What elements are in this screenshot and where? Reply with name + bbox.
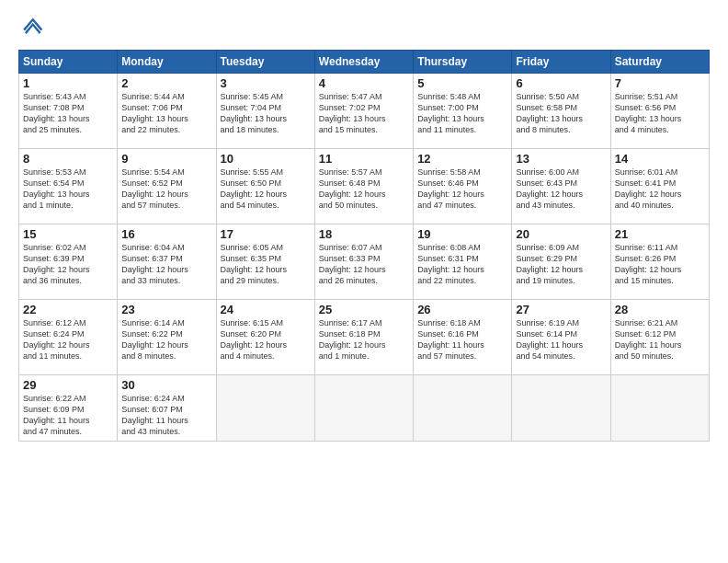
day-number: 3 bbox=[221, 76, 311, 90]
day-info: Sunrise: 5:57 AM Sunset: 6:48 PM Dayligh… bbox=[319, 167, 409, 212]
day-info: Sunrise: 5:54 AM Sunset: 6:52 PM Dayligh… bbox=[121, 167, 211, 212]
day-info: Sunrise: 5:50 AM Sunset: 6:58 PM Dayligh… bbox=[516, 91, 606, 136]
col-header-tuesday: Tuesday bbox=[216, 51, 314, 74]
calendar-cell: 9Sunrise: 5:54 AM Sunset: 6:52 PM Daylig… bbox=[118, 149, 216, 224]
col-header-thursday: Thursday bbox=[414, 51, 512, 74]
day-number: 16 bbox=[121, 227, 211, 241]
calendar-cell: 27Sunrise: 6:19 AM Sunset: 6:14 PM Dayli… bbox=[512, 300, 610, 375]
day-info: Sunrise: 5:44 AM Sunset: 7:06 PM Dayligh… bbox=[121, 91, 211, 136]
day-info: Sunrise: 6:11 AM Sunset: 6:26 PM Dayligh… bbox=[615, 242, 705, 287]
calendar-cell: 22Sunrise: 6:12 AM Sunset: 6:24 PM Dayli… bbox=[19, 300, 118, 375]
day-number: 6 bbox=[516, 76, 606, 90]
day-number: 13 bbox=[516, 152, 606, 166]
calendar-cell: 14Sunrise: 6:01 AM Sunset: 6:41 PM Dayli… bbox=[610, 149, 709, 224]
calendar-cell: 25Sunrise: 6:17 AM Sunset: 6:18 PM Dayli… bbox=[314, 300, 413, 375]
week-row-4: 29Sunrise: 6:22 AM Sunset: 6:09 PM Dayli… bbox=[19, 375, 710, 442]
day-number: 19 bbox=[417, 227, 507, 241]
calendar-cell: 3Sunrise: 5:45 AM Sunset: 7:04 PM Daylig… bbox=[216, 74, 314, 149]
day-info: Sunrise: 6:18 AM Sunset: 6:16 PM Dayligh… bbox=[417, 317, 507, 362]
day-number: 10 bbox=[221, 152, 311, 166]
calendar-cell: 29Sunrise: 6:22 AM Sunset: 6:09 PM Dayli… bbox=[19, 375, 118, 442]
day-number: 17 bbox=[221, 227, 311, 241]
day-number: 30 bbox=[121, 378, 211, 392]
day-number: 12 bbox=[417, 152, 507, 166]
col-header-saturday: Saturday bbox=[610, 51, 709, 74]
calendar-cell: 28Sunrise: 6:21 AM Sunset: 6:12 PM Dayli… bbox=[610, 300, 709, 375]
day-info: Sunrise: 5:58 AM Sunset: 6:46 PM Dayligh… bbox=[417, 167, 507, 212]
svg-marker-1 bbox=[25, 23, 41, 34]
day-info: Sunrise: 6:15 AM Sunset: 6:20 PM Dayligh… bbox=[221, 317, 311, 362]
day-info: Sunrise: 6:09 AM Sunset: 6:29 PM Dayligh… bbox=[516, 242, 606, 287]
calendar-cell: 1Sunrise: 5:43 AM Sunset: 7:08 PM Daylig… bbox=[19, 74, 118, 149]
calendar-cell: 24Sunrise: 6:15 AM Sunset: 6:20 PM Dayli… bbox=[216, 300, 314, 375]
day-info: Sunrise: 6:22 AM Sunset: 6:09 PM Dayligh… bbox=[23, 393, 113, 438]
day-info: Sunrise: 5:51 AM Sunset: 6:56 PM Dayligh… bbox=[615, 91, 705, 136]
calendar-cell bbox=[314, 375, 413, 442]
calendar-cell: 18Sunrise: 6:07 AM Sunset: 6:33 PM Dayli… bbox=[314, 224, 413, 300]
logo-icon bbox=[18, 15, 44, 40]
calendar-cell: 21Sunrise: 6:11 AM Sunset: 6:26 PM Dayli… bbox=[610, 224, 709, 300]
calendar-cell: 2Sunrise: 5:44 AM Sunset: 7:06 PM Daylig… bbox=[118, 74, 216, 149]
page: SundayMondayTuesdayWednesdayThursdayFrid… bbox=[0, 0, 728, 563]
day-number: 21 bbox=[615, 227, 705, 241]
calendar-cell: 4Sunrise: 5:47 AM Sunset: 7:02 PM Daylig… bbox=[314, 74, 413, 149]
day-number: 26 bbox=[417, 303, 507, 316]
day-info: Sunrise: 6:04 AM Sunset: 6:37 PM Dayligh… bbox=[121, 242, 211, 287]
col-header-wednesday: Wednesday bbox=[314, 51, 413, 74]
calendar-cell bbox=[216, 375, 314, 442]
day-number: 9 bbox=[121, 152, 211, 166]
day-info: Sunrise: 6:02 AM Sunset: 6:39 PM Dayligh… bbox=[23, 242, 113, 287]
day-info: Sunrise: 5:45 AM Sunset: 7:04 PM Dayligh… bbox=[221, 91, 311, 136]
day-info: Sunrise: 6:19 AM Sunset: 6:14 PM Dayligh… bbox=[516, 317, 606, 362]
calendar-cell bbox=[512, 375, 610, 442]
day-info: Sunrise: 6:07 AM Sunset: 6:33 PM Dayligh… bbox=[319, 242, 409, 287]
day-info: Sunrise: 5:55 AM Sunset: 6:50 PM Dayligh… bbox=[221, 167, 311, 212]
calendar-table: SundayMondayTuesdayWednesdayThursdayFrid… bbox=[18, 50, 710, 442]
calendar-cell: 17Sunrise: 6:05 AM Sunset: 6:35 PM Dayli… bbox=[216, 224, 314, 300]
day-info: Sunrise: 6:14 AM Sunset: 6:22 PM Dayligh… bbox=[121, 317, 211, 362]
day-number: 4 bbox=[319, 76, 409, 90]
logo bbox=[18, 15, 48, 40]
day-info: Sunrise: 5:53 AM Sunset: 6:54 PM Dayligh… bbox=[23, 167, 113, 212]
calendar-cell: 20Sunrise: 6:09 AM Sunset: 6:29 PM Dayli… bbox=[512, 224, 610, 300]
day-info: Sunrise: 6:17 AM Sunset: 6:18 PM Dayligh… bbox=[319, 317, 409, 362]
calendar-cell: 11Sunrise: 5:57 AM Sunset: 6:48 PM Dayli… bbox=[314, 149, 413, 224]
calendar-cell: 23Sunrise: 6:14 AM Sunset: 6:22 PM Dayli… bbox=[118, 300, 216, 375]
week-row-2: 15Sunrise: 6:02 AM Sunset: 6:39 PM Dayli… bbox=[19, 224, 710, 300]
day-info: Sunrise: 5:47 AM Sunset: 7:02 PM Dayligh… bbox=[319, 91, 409, 136]
calendar-cell: 15Sunrise: 6:02 AM Sunset: 6:39 PM Dayli… bbox=[19, 224, 118, 300]
day-info: Sunrise: 6:00 AM Sunset: 6:43 PM Dayligh… bbox=[516, 167, 606, 212]
day-number: 25 bbox=[319, 303, 409, 316]
day-number: 1 bbox=[23, 76, 113, 90]
calendar-cell: 16Sunrise: 6:04 AM Sunset: 6:37 PM Dayli… bbox=[118, 224, 216, 300]
day-number: 7 bbox=[615, 76, 705, 90]
day-number: 24 bbox=[221, 303, 311, 316]
day-number: 27 bbox=[516, 303, 606, 316]
header bbox=[18, 15, 710, 40]
week-row-1: 8Sunrise: 5:53 AM Sunset: 6:54 PM Daylig… bbox=[19, 149, 710, 224]
col-header-monday: Monday bbox=[118, 51, 216, 74]
col-header-sunday: Sunday bbox=[19, 51, 118, 74]
day-info: Sunrise: 5:48 AM Sunset: 7:00 PM Dayligh… bbox=[417, 91, 507, 136]
calendar-cell: 26Sunrise: 6:18 AM Sunset: 6:16 PM Dayli… bbox=[414, 300, 512, 375]
calendar-cell: 8Sunrise: 5:53 AM Sunset: 6:54 PM Daylig… bbox=[19, 149, 118, 224]
day-number: 20 bbox=[516, 227, 606, 241]
day-number: 23 bbox=[121, 303, 211, 316]
day-info: Sunrise: 6:21 AM Sunset: 6:12 PM Dayligh… bbox=[615, 317, 705, 362]
day-number: 14 bbox=[615, 152, 705, 166]
header-row: SundayMondayTuesdayWednesdayThursdayFrid… bbox=[19, 51, 710, 74]
calendar-cell: 6Sunrise: 5:50 AM Sunset: 6:58 PM Daylig… bbox=[512, 74, 610, 149]
col-header-friday: Friday bbox=[512, 51, 610, 74]
calendar-cell: 30Sunrise: 6:24 AM Sunset: 6:07 PM Dayli… bbox=[118, 375, 216, 442]
day-info: Sunrise: 5:43 AM Sunset: 7:08 PM Dayligh… bbox=[23, 91, 113, 136]
day-number: 15 bbox=[23, 227, 113, 241]
calendar-cell bbox=[610, 375, 709, 442]
day-number: 5 bbox=[417, 76, 507, 90]
day-number: 2 bbox=[121, 76, 211, 90]
calendar-cell: 7Sunrise: 5:51 AM Sunset: 6:56 PM Daylig… bbox=[610, 74, 709, 149]
day-number: 18 bbox=[319, 227, 409, 241]
calendar-cell: 19Sunrise: 6:08 AM Sunset: 6:31 PM Dayli… bbox=[414, 224, 512, 300]
day-number: 28 bbox=[615, 303, 705, 316]
day-info: Sunrise: 6:05 AM Sunset: 6:35 PM Dayligh… bbox=[221, 242, 311, 287]
day-number: 8 bbox=[23, 152, 113, 166]
